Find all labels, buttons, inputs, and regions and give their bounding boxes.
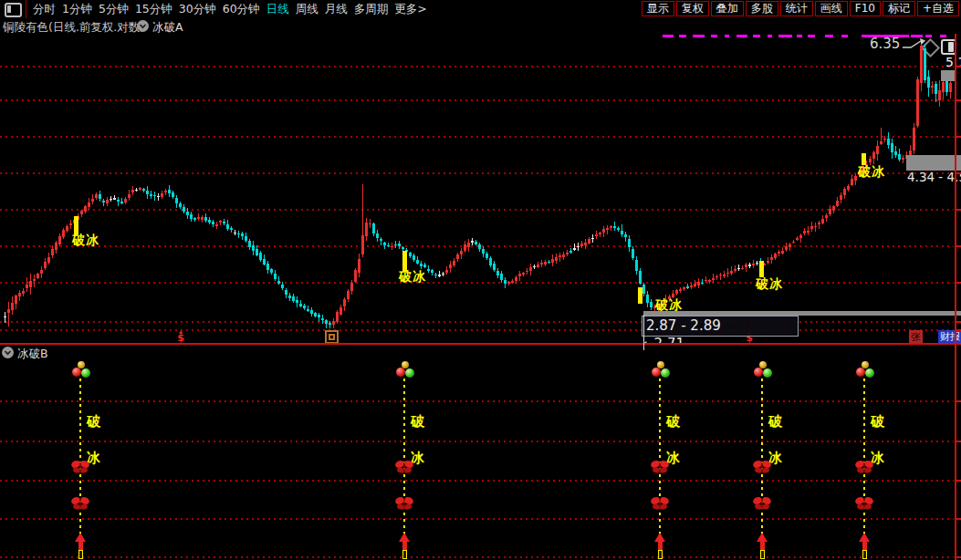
period-tab-周线[interactable]: 周线 [296,2,319,17]
panel-divider[interactable] [0,343,961,345]
candle-body [464,244,466,251]
period-tab-5分钟[interactable]: 5分钟 [99,2,129,17]
candle-body [540,263,543,264]
period-tab-60分钟[interactable]: 60分钟 [223,2,260,17]
butterfly-icon [394,496,414,512]
candle-body [566,253,569,254]
period-tab-15分钟[interactable]: 15分钟 [135,2,172,17]
period-tab-更多>[interactable]: 更多> [394,2,426,17]
axis-tick [956,136,961,138]
grid-line-b [0,400,954,402]
candle-body [263,259,266,264]
layout-split-icon[interactable] [5,3,22,17]
candle-body [219,221,222,223]
arrow-head [654,533,665,542]
magenta-dash [825,35,833,37]
period-tab-1分钟[interactable]: 1分钟 [62,2,92,17]
candle-body [551,259,554,263]
candle-body [438,275,441,276]
candle-body [650,302,653,306]
candle-body [902,158,904,160]
signal-text: 破冰 [399,269,426,285]
candle-body [821,219,824,223]
butterfly-icon [752,496,772,512]
candle-body [617,228,620,230]
candle-body [398,244,401,246]
candle-body [789,244,791,247]
candle-body [139,188,141,190]
candle-body [292,296,295,301]
balloons-icon [395,361,413,378]
candle-body [894,151,897,156]
candle-body [807,231,810,233]
grid-line [0,245,954,247]
toolbar-button-统计[interactable]: 统计 [780,1,813,16]
candle-wick [381,237,381,245]
candle-body [719,275,722,276]
candle-body [829,209,831,214]
candle-body [938,90,941,100]
toolbar-button-F10[interactable]: F10 [850,1,881,16]
candle-body [690,285,693,288]
toolbar-button-显示[interactable]: 显示 [642,1,674,16]
arrow-tail [78,550,83,559]
green-ball [81,368,90,378]
toolbar-button-画线[interactable]: 画线 [815,1,848,16]
candle-body [529,267,532,271]
candle-body [128,194,131,198]
axis-tick [956,329,961,331]
candle-body [172,192,174,197]
period-tab-月线[interactable]: 月线 [325,2,348,17]
candle-body [496,271,499,275]
toolbar-button-复权[interactable]: 复权 [676,1,709,16]
candle-body [307,309,309,311]
candle-body [595,234,598,237]
candle-body [949,83,952,92]
toolbar-button-多股[interactable]: 多股 [746,1,778,16]
butterfly-icon [394,460,414,475]
candle-body [179,203,182,208]
candle-body [124,199,127,202]
collapse-indicator-a-icon[interactable] [137,20,149,32]
toolbar-button-+自选[interactable]: +自选 [917,1,959,16]
candle-body [29,281,32,288]
exright-marker-icon[interactable]: ▴$ [175,329,186,342]
current-price-box [941,70,956,81]
candle-body [120,202,123,203]
candle-body [329,323,331,325]
candle-body [799,235,802,238]
period-tab-多周期[interactable]: 多周期 [354,2,389,17]
candle-body [767,261,769,263]
limit-badge[interactable]: 张 [909,330,923,343]
candle-body [142,189,145,191]
toolbar-button-叠加[interactable]: 叠加 [711,1,744,16]
period-tab-分时[interactable]: 分时 [33,2,56,17]
grid-line [0,209,954,211]
indicator-b-panel[interactable]: 破冰 破冰 破冰 破冰 [0,360,961,560]
candle-body [117,200,120,202]
report-badge[interactable]: 财报 [938,330,961,343]
candle-body [518,274,521,277]
candle-body [343,299,346,307]
candle-body [310,310,313,315]
candle-body [299,304,302,306]
candle-body [898,154,901,160]
axis-tick [956,172,961,174]
candle-body [610,226,612,228]
axis-tick [956,321,961,323]
candle-body [365,223,368,235]
candle-body [197,217,200,219]
peak-price-label: 6.35 [870,36,900,52]
candle-body [449,264,452,268]
period-tab-30分钟[interactable]: 30分钟 [179,2,216,17]
candle-body [504,280,507,284]
main-candlestick-chart[interactable]: 破冰破冰破冰破冰破冰 ▴$▴$张财报 6.35 5.1 4.34 - 4.52 … [0,34,961,343]
candle-body [413,255,415,260]
collapse-indicator-b-icon[interactable] [2,347,14,358]
toolbar-button-标记[interactable]: 标记 [883,1,915,16]
axis-tick [956,99,961,101]
period-tab-日线[interactable]: 日线 [266,2,289,17]
candle-body [40,270,43,274]
event-square-icon[interactable] [325,330,339,343]
candle-body [66,226,68,231]
